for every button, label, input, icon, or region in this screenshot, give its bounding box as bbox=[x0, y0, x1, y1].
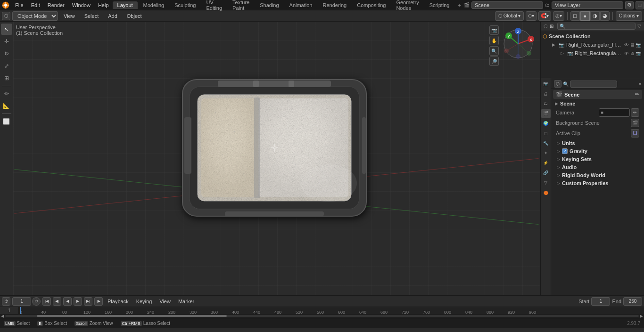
prop-tab-scene[interactable]: 🎬 bbox=[541, 109, 551, 118]
tool-add-cube[interactable]: ⬜ bbox=[1, 116, 12, 127]
jump-start-button[interactable]: |◀ bbox=[42, 297, 51, 306]
transform-space-selector[interactable]: ⬡ Global ▾ bbox=[495, 11, 524, 21]
prop-tab-material[interactable]: ⬤ bbox=[541, 188, 551, 197]
visibility-toggle-0[interactable]: 👁 bbox=[624, 42, 629, 48]
tool-rotate[interactable]: ↻ bbox=[1, 48, 12, 59]
options-button[interactable]: Options ▾ bbox=[616, 11, 642, 21]
gravity-section-header[interactable]: ▷ Gravity bbox=[553, 147, 642, 155]
wireframe-button[interactable]: ◻ bbox=[570, 11, 580, 21]
prop-tab-data[interactable]: ▽ bbox=[541, 178, 551, 187]
props-options-icon[interactable]: ▾ bbox=[639, 81, 641, 87]
timeline-menu-view[interactable]: View bbox=[157, 298, 173, 305]
prop-tab-world[interactable]: 🌍 bbox=[541, 119, 551, 128]
pivot-selector[interactable]: ⊙▾ bbox=[526, 11, 537, 21]
viewport-menu-object[interactable]: Object bbox=[123, 12, 146, 20]
scene-expand-row[interactable]: ▶ Scene bbox=[553, 100, 642, 107]
tab-animation[interactable]: Animation bbox=[285, 1, 317, 9]
expand-icon-1[interactable]: ▷ bbox=[561, 51, 565, 56]
tab-uv-editing[interactable]: UV Editing bbox=[201, 0, 227, 12]
preferences-button[interactable]: ⚙ bbox=[625, 1, 634, 9]
menu-window[interactable]: Window bbox=[68, 1, 94, 9]
tool-transform[interactable]: ⊞ bbox=[1, 73, 12, 84]
prop-tab-modifier[interactable]: 🔧 bbox=[541, 138, 551, 148]
prop-tab-constraints[interactable]: 🔗 bbox=[541, 168, 551, 178]
background-scene-icon[interactable]: 🎬 bbox=[631, 119, 639, 127]
units-section-header[interactable]: ▷ Units bbox=[553, 139, 642, 147]
tab-layout[interactable]: Layout bbox=[113, 1, 138, 9]
tab-sculpting[interactable]: Sculpting bbox=[170, 1, 200, 9]
timeline-ruler-area[interactable]: 0 40 80 120 160 200 240 280 320 bbox=[0, 307, 644, 314]
menu-edit[interactable]: Edit bbox=[27, 1, 44, 9]
props-search-input[interactable] bbox=[570, 81, 617, 88]
scrollbar-thumb[interactable] bbox=[37, 315, 227, 317]
tab-compositing[interactable]: Compositing bbox=[352, 1, 390, 9]
prop-tab-output[interactable]: 🖨 bbox=[541, 89, 551, 98]
tab-texture-paint[interactable]: Texture Paint bbox=[228, 0, 254, 12]
material-preview-button[interactable]: ◑ bbox=[590, 11, 600, 21]
next-keyframe-button[interactable]: |▶ bbox=[94, 297, 103, 306]
blender-logo-icon[interactable] bbox=[2, 0, 9, 10]
viewport-menu-select[interactable]: Select bbox=[81, 12, 103, 20]
outliner-item-0[interactable]: ▶ 📷 Right_Rectangular_Halogen_I 👁 🖥 📷 bbox=[542, 40, 643, 49]
scroll-right-btn[interactable]: ▶ bbox=[640, 314, 643, 318]
viewport-toggle-0[interactable]: 🖥 bbox=[630, 42, 635, 48]
scene-header-edit-icon[interactable]: ✏ bbox=[635, 91, 639, 97]
tool-cursor[interactable]: ↖ bbox=[1, 24, 12, 35]
current-frame-input[interactable] bbox=[12, 297, 31, 306]
timeline-menu-keying[interactable]: Keying bbox=[133, 298, 155, 305]
view-layer-selector[interactable] bbox=[552, 1, 623, 9]
viewport-gizmo[interactable]: X Y Z bbox=[502, 27, 535, 60]
prop-tab-particles[interactable]: ✦ bbox=[541, 148, 551, 158]
prev-keyframe-button[interactable]: ◀| bbox=[53, 297, 61, 306]
menu-file[interactable]: File bbox=[11, 1, 27, 9]
expand-icon-0[interactable]: ▶ bbox=[552, 42, 557, 47]
end-frame-input[interactable] bbox=[623, 297, 642, 306]
outliner-search-input[interactable] bbox=[557, 23, 636, 30]
viewport-toggle-1[interactable]: 🖥 bbox=[630, 51, 635, 56]
viewport-3d[interactable]: User Perspective (1) Scene Collection bbox=[13, 22, 540, 295]
tool-scale[interactable]: ⤢ bbox=[1, 60, 12, 72]
hand-tool-button[interactable]: ✋ bbox=[489, 36, 499, 45]
tab-scripting[interactable]: Scripting bbox=[425, 1, 454, 9]
prop-tab-viewlayer[interactable]: 🗂 bbox=[541, 99, 551, 108]
props-panel-icon[interactable]: ⬡ bbox=[554, 80, 561, 88]
tab-rendering[interactable]: Rendering bbox=[318, 1, 351, 9]
prev-frame-button[interactable]: ◀ bbox=[63, 297, 72, 306]
zoom-button[interactable]: 🔍 bbox=[489, 46, 499, 56]
render-toggle-1[interactable]: 📷 bbox=[636, 51, 641, 56]
custom-props-section-header[interactable]: ▷ Custom Properties bbox=[553, 179, 642, 187]
camera-field[interactable]: ■ bbox=[599, 108, 630, 117]
rendered-button[interactable]: ◕ bbox=[600, 11, 610, 21]
timeline-header-icon[interactable]: ⏱ bbox=[2, 297, 10, 306]
scene-collection-row[interactable]: ⬡ Scene Collection bbox=[542, 32, 643, 40]
viewport-menu-view[interactable]: View bbox=[60, 12, 79, 20]
visibility-toggle-1[interactable]: 👁 bbox=[624, 51, 629, 56]
tab-modeling[interactable]: Modeling bbox=[139, 1, 169, 9]
search-button[interactable]: 🔎 bbox=[489, 57, 499, 66]
prop-tab-physics[interactable]: ⚡ bbox=[541, 158, 551, 168]
add-workspace-button[interactable]: + bbox=[455, 1, 463, 9]
prop-tab-object[interactable]: ◻ bbox=[541, 129, 551, 138]
active-clip-icon[interactable]: 🎞 bbox=[631, 129, 639, 138]
timeline-menu-marker[interactable]: Marker bbox=[175, 298, 197, 305]
scene-selector[interactable] bbox=[471, 1, 543, 9]
camera-view-button[interactable]: 📷 bbox=[489, 25, 499, 35]
scene-section-header[interactable]: 🎬 Scene ✏ bbox=[553, 90, 642, 99]
menu-help[interactable]: Help bbox=[94, 1, 113, 9]
outliner-item-1[interactable]: ▷ 📷 Right_Rectangular_Haloc 👁 🖥 📷 bbox=[542, 49, 643, 57]
prop-tab-render[interactable]: 📷 bbox=[541, 79, 551, 89]
outliner-filter-toggle[interactable]: ▽ bbox=[637, 24, 641, 29]
solid-button[interactable]: ● bbox=[580, 11, 590, 21]
mode-selector[interactable]: Object Mode bbox=[12, 11, 58, 21]
tab-shading[interactable]: Shading bbox=[255, 1, 283, 9]
camera-select-icon[interactable]: ✏ bbox=[631, 108, 639, 117]
gravity-checkbox[interactable] bbox=[562, 148, 568, 154]
viewport-menu-add[interactable]: Add bbox=[104, 12, 121, 20]
play-button[interactable]: ▶ bbox=[74, 297, 82, 306]
tool-measure[interactable]: 📐 bbox=[1, 100, 12, 112]
viewport-header-icon[interactable]: ⬡ bbox=[2, 12, 10, 20]
rigid-body-section-header[interactable]: ▷ Rigid Body World bbox=[553, 171, 642, 179]
scrollbar-track[interactable] bbox=[5, 315, 639, 317]
new-window-button[interactable]: □ bbox=[636, 1, 644, 9]
timeline-scrollbar[interactable]: ◀ ▶ bbox=[0, 314, 644, 318]
